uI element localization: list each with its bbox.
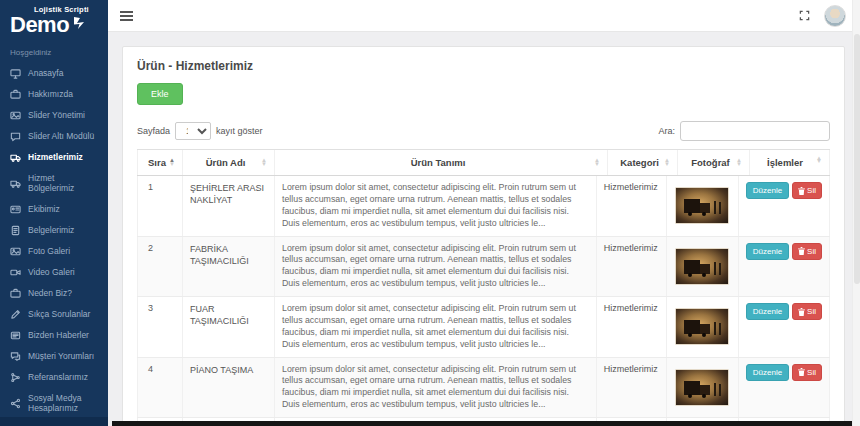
- truck-icon: [10, 152, 21, 163]
- header-sira[interactable]: Sıra▲▼: [137, 150, 183, 175]
- trash-icon: [798, 247, 805, 255]
- logo[interactable]: Lojistik Scripti Demo: [0, 0, 108, 40]
- edit-button[interactable]: Düzenle: [746, 243, 789, 260]
- sidebar-item-referanslarimiz[interactable]: Referanslarımız: [0, 367, 108, 388]
- edit-button[interactable]: Düzenle: [746, 364, 789, 381]
- sidebar-item-ekibimiz[interactable]: Ekibimiz: [0, 199, 108, 220]
- trash-icon: [798, 308, 805, 316]
- header-kategori[interactable]: Kategori▲▼: [608, 150, 678, 175]
- search-input[interactable]: [680, 121, 830, 141]
- add-button[interactable]: Ekle: [137, 83, 183, 105]
- sidebar-item-sikca-sorulanlar[interactable]: Sıkça Sorulanlar: [0, 304, 108, 325]
- trash-icon: [798, 368, 805, 376]
- lightning-icon: [71, 15, 87, 34]
- user-avatar[interactable]: [824, 5, 846, 27]
- products-table: Sıra▲▼ Ürün Adı▲▼ Ürün Tanımı▲▼ Kategori…: [137, 149, 830, 426]
- sidebar-item-hizmet-bolgelerimiz[interactable]: Hizmet Bölgelerimiz: [0, 168, 108, 199]
- logo-title: Demo: [10, 14, 69, 36]
- search-label: Ara:: [658, 126, 675, 136]
- delete-button[interactable]: Sil: [792, 364, 822, 381]
- desktop-icon: [10, 68, 21, 79]
- sidebar-item-anasayfa[interactable]: Anasayfa: [0, 63, 108, 84]
- admin-app: Lojistik Scripti Demo Hoşgeldiniz Anasay…: [0, 0, 860, 426]
- page-length-select[interactable]: 10: [175, 122, 211, 140]
- header-fotograf[interactable]: Fotoğraf▲▼: [678, 150, 750, 175]
- video-icon: [10, 267, 21, 278]
- sidebar-item-belgelerimiz[interactable]: Belgelerimiz: [0, 220, 108, 241]
- table-row: 2 FABRİKA TAŞIMACILIĞI Lorem ipsum dolor…: [137, 237, 830, 298]
- sidebar-item-foto-galeri[interactable]: Foto Galeri: [0, 241, 108, 262]
- comment-icon: [10, 131, 21, 142]
- sort-icon: ▲▼: [261, 159, 267, 166]
- truck-icon: [10, 178, 21, 189]
- sort-icon: ▲▼: [594, 159, 600, 166]
- branch-icon: [10, 372, 21, 383]
- table-row: 1 ŞEHİRLER ARASI NAKLİYAT Lorem ipsum do…: [137, 176, 830, 237]
- pen-icon: [10, 309, 21, 320]
- header-islemler[interactable]: İşlemler▲▼: [750, 150, 830, 175]
- header-urun-tanimi[interactable]: Ürün Tanımı▲▼: [275, 150, 608, 175]
- sidebar-item-hizmetlerimiz[interactable]: Hizmetlerimiz: [0, 147, 108, 168]
- table-header-row: Sıra▲▼ Ürün Adı▲▼ Ürün Tanımı▲▼ Kategori…: [137, 150, 830, 176]
- sort-icon: ▲▼: [736, 159, 742, 166]
- page-scrollbar[interactable]: [852, 0, 860, 426]
- delete-button[interactable]: Sil: [792, 182, 822, 199]
- topbar: [108, 0, 860, 32]
- sort-icon: ▲▼: [664, 159, 670, 166]
- sidebar-item-slider-alti-modulu[interactable]: Slider Altı Modülü: [0, 126, 108, 147]
- share-icon: [10, 398, 21, 409]
- briefcase-icon: [10, 288, 21, 299]
- sidebar-item-hakkimizda[interactable]: Hakkımızda: [0, 84, 108, 105]
- length-label-suffix: kayıt göster: [216, 126, 263, 136]
- hamburger-icon[interactable]: [120, 9, 133, 23]
- content-card: Ürün - Hizmetlerimiz Ekle Sayfada 10 kay…: [122, 46, 845, 426]
- sort-icon: ▲▼: [169, 159, 175, 166]
- delete-button[interactable]: Sil: [792, 243, 822, 260]
- images-icon: [10, 110, 21, 121]
- sidebar-item-sosyal-medya[interactable]: Sosyal Medya Hesaplarımız: [0, 388, 108, 419]
- scrollbar-thumb[interactable]: [854, 34, 860, 284]
- table-row: 3 FUAR TAŞIMACILIĞI Lorem ipsum dolor si…: [137, 297, 830, 358]
- page-title: Ürün - Hizmetlerimiz: [137, 59, 830, 73]
- sidebar-footer: [0, 417, 108, 426]
- sidebar-nav: Anasayfa Hakkımızda Slider Yönetimi Slid…: [0, 61, 108, 420]
- welcome-label: Hoşgeldiniz: [0, 40, 108, 61]
- trash-icon: [798, 187, 805, 195]
- delete-button[interactable]: Sil: [792, 303, 822, 320]
- fullscreen-icon[interactable]: [799, 7, 810, 25]
- id-card-icon: [10, 204, 21, 215]
- sidebar-item-slider-yonetimi[interactable]: Slider Yönetimi: [0, 105, 108, 126]
- document-icon: [10, 225, 21, 236]
- sidebar-item-bizden-haberler[interactable]: Bizden Haberler: [0, 325, 108, 346]
- photo-icon: [10, 246, 21, 257]
- length-label-prefix: Sayfada: [137, 126, 170, 136]
- main-content: Ürün - Hizmetlerimiz Ekle Sayfada 10 kay…: [108, 32, 852, 426]
- product-photo: [675, 248, 729, 285]
- sidebar-item-neden-biz[interactable]: Neden Biz?: [0, 283, 108, 304]
- product-photo: [675, 187, 729, 224]
- sidebar: Lojistik Scripti Demo Hoşgeldiniz Anasay…: [0, 0, 108, 426]
- briefcase-icon: [10, 89, 21, 100]
- comments-icon: [10, 351, 21, 362]
- sort-icon: ▲▼: [816, 157, 822, 164]
- edit-button[interactable]: Düzenle: [746, 303, 789, 320]
- sidebar-item-video-galeri[interactable]: Video Galeri: [0, 262, 108, 283]
- news-icon: [10, 330, 21, 341]
- product-photo: [675, 308, 729, 345]
- header-urun-adi[interactable]: Ürün Adı▲▼: [183, 150, 275, 175]
- bottom-bar: [112, 421, 852, 426]
- table-row: 4 PİANO TAŞIMA Lorem ipsum dolor sit ame…: [137, 358, 830, 419]
- table-controls: Sayfada 10 kayıt göster Ara:: [137, 121, 830, 141]
- product-photo: [675, 369, 729, 406]
- edit-button[interactable]: Düzenle: [746, 182, 789, 199]
- sidebar-item-musteri-yorumlari[interactable]: Müşteri Yorumları: [0, 346, 108, 367]
